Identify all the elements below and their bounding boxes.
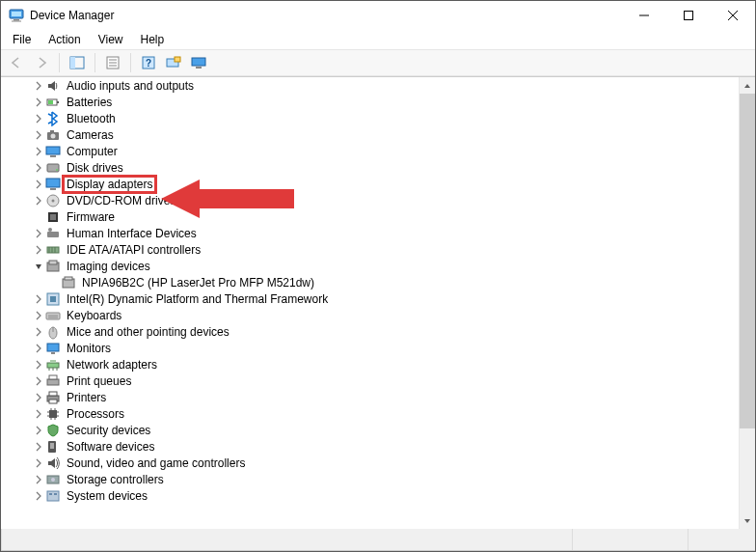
tree-node[interactable]: Intel(R) Dynamic Platform and Thermal Fr… — [28, 290, 739, 307]
chevron-right-icon[interactable] — [32, 161, 45, 175]
hid-icon — [45, 226, 61, 241]
svg-text:?: ? — [146, 58, 151, 69]
mouse-icon — [45, 324, 61, 340]
monitor-icon-button[interactable] — [187, 52, 210, 73]
tree-node-label: Security devices — [65, 424, 152, 437]
storage-icon — [45, 472, 61, 487]
scrollbar-thumb[interactable] — [740, 94, 755, 428]
tree-node[interactable]: Imaging devices — [28, 258, 739, 274]
scroll-down-button[interactable] — [740, 512, 755, 529]
chevron-right-icon[interactable] — [32, 194, 45, 207]
tree-node-label: Cameras — [65, 128, 116, 142]
chevron-right-icon[interactable] — [32, 309, 45, 322]
tree-node[interactable]: Keyboards — [28, 307, 739, 323]
properties-button[interactable] — [101, 52, 124, 73]
chevron-right-icon[interactable] — [32, 145, 45, 158]
chevron-right-icon[interactable] — [32, 292, 45, 306]
tree-node[interactable]: Sound, video and game controllers — [28, 455, 739, 471]
scrollbar-track[interactable] — [740, 94, 755, 512]
tree-node[interactable]: Audio inputs and outputs — [28, 77, 739, 94]
svg-rect-1 — [12, 12, 21, 16]
tree-node[interactable]: Display adapters — [28, 176, 739, 192]
chevron-right-icon[interactable] — [32, 227, 45, 240]
svg-rect-2 — [14, 19, 19, 21]
forward-button[interactable] — [30, 52, 53, 73]
tree-node[interactable]: DVD/CD-ROM drives — [28, 192, 739, 208]
chevron-right-icon[interactable] — [32, 112, 45, 125]
show-hide-console-tree-button[interactable] — [66, 52, 89, 73]
tree-node[interactable]: Security devices — [28, 422, 739, 438]
keyboard-icon — [45, 308, 61, 323]
toolbar-separator — [59, 53, 60, 72]
battery-icon — [45, 95, 61, 110]
tree-node[interactable]: Mice and other pointing devices — [28, 323, 739, 340]
chevron-right-icon[interactable] — [32, 374, 45, 388]
tree-node[interactable]: Human Interface Devices — [28, 225, 739, 241]
tree-node[interactable]: NPIA96B2C (HP LaserJet Pro MFP M521dw) — [43, 274, 739, 290]
menu-file[interactable]: File — [5, 32, 39, 47]
tree-node[interactable]: Disk drives — [28, 159, 739, 176]
tree-node[interactable]: Firmware — [28, 208, 739, 225]
tree-node-label: Printers — [65, 391, 108, 404]
chevron-right-icon[interactable] — [32, 96, 45, 109]
maximize-button[interactable] — [666, 1, 711, 30]
content-border: Audio inputs and outputsBatteriesBluetoo… — [1, 76, 755, 551]
vertical-scrollbar[interactable] — [739, 77, 755, 529]
svg-rect-36 — [47, 232, 59, 237]
chevron-right-icon[interactable] — [32, 473, 45, 486]
device-tree[interactable]: Audio inputs and outputsBatteriesBluetoo… — [1, 77, 739, 529]
tree-node-label: Batteries — [65, 96, 114, 109]
tree-node[interactable]: Cameras — [28, 126, 739, 143]
statusbar — [1, 529, 755, 550]
processor-icon — [45, 406, 61, 422]
menu-help[interactable]: Help — [133, 32, 173, 47]
tree-node[interactable]: IDE ATA/ATAPI controllers — [28, 241, 739, 258]
tree-node[interactable]: Software devices — [28, 438, 739, 455]
chevron-right-icon[interactable] — [32, 79, 45, 93]
chevron-right-icon[interactable] — [32, 440, 45, 454]
scan-hardware-button[interactable] — [162, 52, 185, 73]
chevron-right-icon[interactable] — [32, 424, 45, 437]
chevron-right-icon[interactable] — [32, 128, 45, 142]
chevron-right-icon[interactable] — [32, 391, 45, 404]
software-icon — [45, 439, 61, 455]
svg-rect-54 — [51, 352, 55, 354]
chevron-right-icon[interactable] — [32, 325, 45, 339]
svg-rect-80 — [54, 493, 57, 495]
tree-node[interactable]: Batteries — [28, 94, 739, 110]
tree-node[interactable]: Computer — [28, 143, 739, 159]
printer-icon — [45, 390, 61, 405]
menu-action[interactable]: Action — [40, 32, 88, 47]
chevron-right-icon[interactable] — [32, 243, 45, 257]
close-button[interactable] — [711, 1, 755, 30]
tree-node-label: Keyboards — [65, 309, 123, 322]
chevron-right-icon[interactable] — [32, 342, 45, 355]
svg-point-24 — [51, 133, 56, 138]
help-button[interactable]: ? — [137, 52, 160, 73]
tree-node[interactable]: Printers — [28, 389, 739, 405]
tree-node[interactable]: Network adapters — [28, 356, 739, 373]
svg-rect-18 — [192, 58, 205, 66]
back-button[interactable] — [5, 52, 28, 73]
chevron-right-icon[interactable] — [32, 407, 45, 421]
tree-node[interactable]: Processors — [28, 405, 739, 422]
scroll-up-button[interactable] — [740, 77, 755, 94]
minimize-button[interactable] — [622, 1, 666, 30]
tree-node[interactable]: Bluetooth — [28, 110, 739, 126]
tree-node-label: System devices — [65, 489, 149, 503]
tree-node[interactable]: Print queues — [28, 373, 739, 389]
menu-view[interactable]: View — [91, 32, 131, 47]
chevron-down-icon[interactable] — [32, 260, 45, 273]
chevron-right-icon[interactable] — [32, 178, 45, 191]
tree-node[interactable]: Storage controllers — [28, 471, 739, 487]
svg-rect-22 — [48, 100, 53, 104]
imaging-icon — [45, 259, 61, 274]
tree-node[interactable]: Monitors — [28, 340, 739, 356]
chevron-right-icon[interactable] — [32, 456, 45, 470]
chevron-right-icon[interactable] — [32, 489, 45, 503]
menubar: File Action View Help — [1, 30, 755, 49]
tree-node-label: Network adapters — [65, 358, 159, 372]
tree-node-label: NPIA96B2C (HP LaserJet Pro MFP M521dw) — [80, 276, 316, 290]
tree-node[interactable]: System devices — [28, 487, 739, 504]
chevron-right-icon[interactable] — [32, 358, 45, 372]
